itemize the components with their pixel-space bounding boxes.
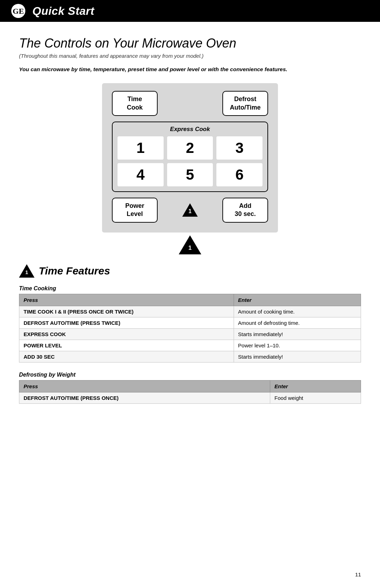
time-cooking-table: Press Enter TIME COOK I & II (Press once… <box>19 294 361 363</box>
svg-text:GE: GE <box>13 7 24 16</box>
bottom-buttons-row: PowerLevel 1 Add30 sec. <box>112 198 268 223</box>
table-row: EXPRESS COOKStarts immediately! <box>19 328 361 340</box>
press-cell: TIME COOK I & II (Press once or twice) <box>19 306 234 317</box>
enter-cell: Amount of defrosting time. <box>234 317 361 328</box>
add-30-button[interactable]: Add30 sec. <box>222 198 268 223</box>
defrost-header-row: Press Enter <box>19 380 361 392</box>
defrosting-table: Press Enter DEFROST AUTO/TIME (Press onc… <box>19 380 361 404</box>
power-level-button[interactable]: PowerLevel <box>112 198 158 223</box>
key-4[interactable]: 4 <box>118 163 164 186</box>
press-header: Press <box>19 294 234 306</box>
defrost-label: DefrostAuto/Time <box>230 95 261 111</box>
header-title: Quick Start <box>32 5 94 18</box>
key-6[interactable]: 6 <box>216 163 262 186</box>
numpad: 1 2 3 4 5 6 <box>118 136 262 186</box>
defrost-enter-header: Enter <box>270 380 361 392</box>
panel-wrapper: TimeCook DefrostAuto/Time Express Cook 1… <box>19 83 361 233</box>
ge-logo-icon: GE <box>11 3 26 19</box>
press-cell: DEFROST AUTO/TIME (Press once) <box>19 392 270 403</box>
key-2[interactable]: 2 <box>167 136 213 160</box>
table-row: DEFROST AUTO/TIME (Press once)Food weigh… <box>19 392 361 403</box>
time-cook-button[interactable]: TimeCook <box>112 91 158 116</box>
table-row: ADD 30 SECStarts immediately! <box>19 351 361 362</box>
subtitle: (Throughout this manual, features and ap… <box>19 53 361 59</box>
key-1[interactable]: 1 <box>118 136 164 160</box>
defrosting-title: Defrosting by Weight <box>19 372 361 378</box>
enter-header: Enter <box>234 294 361 306</box>
page-number: 11 <box>355 571 361 577</box>
time-cook-label: TimeCook <box>127 95 143 111</box>
press-cell: ADD 30 SEC <box>19 351 234 362</box>
time-cooking-title: Time Cooking <box>19 285 361 292</box>
enter-cell: Food weight <box>270 392 361 403</box>
defrost-button[interactable]: DefrostAuto/Time <box>222 91 268 116</box>
express-cook-section: Express Cook 1 2 3 4 5 6 <box>112 122 268 192</box>
page-title: The Controls on Your Microwave Oven <box>19 36 361 51</box>
triangle-pointer: 1 <box>182 203 198 217</box>
key-5[interactable]: 5 <box>167 163 213 186</box>
press-cell: DEFROST AUTO/TIME (Press twice) <box>19 317 234 328</box>
triangle-label: 1 <box>189 208 192 215</box>
control-panel: TimeCook DefrostAuto/Time Express Cook 1… <box>102 83 278 233</box>
power-level-label: PowerLevel <box>125 202 144 217</box>
enter-cell: Amount of cooking time. <box>234 306 361 317</box>
intro-text: You can microwave by time, temperature, … <box>19 65 322 73</box>
table-row: DEFROST AUTO/TIME (Press twice)Amount of… <box>19 317 361 328</box>
press-cell: POWER LEVEL <box>19 340 234 351</box>
press-cell: EXPRESS COOK <box>19 328 234 340</box>
triangle-icon: 1 <box>182 203 198 217</box>
enter-cell: Starts immediately! <box>234 351 361 362</box>
section-header: 1 Time Features <box>19 264 361 278</box>
top-buttons-row: TimeCook DefrostAuto/Time <box>112 91 268 116</box>
enter-cell: Starts immediately! <box>234 328 361 340</box>
defrost-press-header: Press <box>19 380 270 392</box>
section-number: 1 <box>25 269 28 275</box>
table-row: TIME COOK I & II (Press once or twice)Am… <box>19 306 361 317</box>
section-triangle-icon: 1 <box>19 264 34 278</box>
table-header-row: Press Enter <box>19 294 361 306</box>
table-row: POWER LEVELPower level 1–10. <box>19 340 361 351</box>
key-3[interactable]: 3 <box>216 136 262 160</box>
main-content: The Controls on Your Microwave Oven (Thr… <box>0 22 380 434</box>
express-cook-label: Express Cook <box>118 126 262 133</box>
add-30-label: Add30 sec. <box>235 202 256 217</box>
triangle-below: 1 <box>19 235 361 254</box>
section-title: Time Features <box>39 265 110 277</box>
enter-cell: Power level 1–10. <box>234 340 361 351</box>
triangle-big-label: 1 <box>188 245 191 252</box>
header-bar: GE Quick Start <box>0 0 380 22</box>
triangle-big-icon: 1 <box>179 235 201 254</box>
